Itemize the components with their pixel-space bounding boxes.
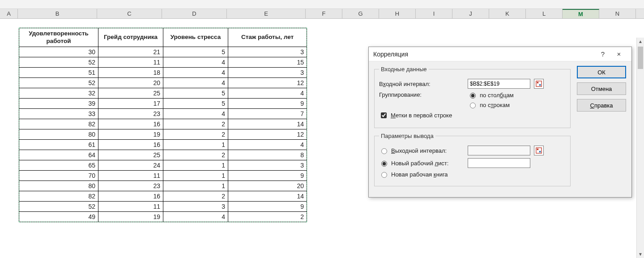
- cell[interactable]: 2: [163, 129, 228, 140]
- cell[interactable]: 16: [98, 191, 163, 202]
- cell[interactable]: 19: [98, 212, 163, 222]
- cell[interactable]: 9: [228, 202, 307, 212]
- table-row[interactable]: 5211415: [19, 57, 307, 68]
- input-range-field[interactable]: [468, 79, 530, 89]
- cell[interactable]: 49: [19, 212, 98, 222]
- table-row[interactable]: 332347: [19, 109, 307, 119]
- column-header-N[interactable]: N: [599, 9, 636, 18]
- column-header-L[interactable]: L: [526, 9, 563, 18]
- table-header[interactable]: Удовлетворенность работой: [19, 28, 98, 47]
- column-header-M[interactable]: M: [563, 9, 599, 18]
- new-workbook-radio[interactable]: Новая рабочая книга: [379, 171, 448, 178]
- cell[interactable]: 33: [19, 109, 98, 119]
- data-table[interactable]: Удовлетворенность работойГрейд сотрудник…: [19, 28, 307, 222]
- column-header-A[interactable]: A: [0, 9, 18, 18]
- cell[interactable]: 16: [98, 119, 163, 129]
- cell[interactable]: 18: [98, 68, 163, 78]
- table-row[interactable]: 611614: [19, 140, 307, 150]
- cell[interactable]: 2: [228, 212, 307, 222]
- cell[interactable]: 52: [19, 78, 98, 88]
- table-header[interactable]: Стаж работы, лет: [228, 28, 307, 47]
- cell[interactable]: 15: [228, 57, 307, 68]
- cell[interactable]: 52: [19, 57, 98, 68]
- table-row[interactable]: 642528: [19, 150, 307, 160]
- cell[interactable]: 30: [19, 47, 98, 57]
- cell[interactable]: 3: [163, 202, 228, 212]
- table-row[interactable]: 8019212: [19, 129, 307, 140]
- cell[interactable]: 5: [163, 99, 228, 109]
- cell[interactable]: 17: [98, 99, 163, 109]
- cell[interactable]: 4: [163, 212, 228, 222]
- cell[interactable]: 2: [163, 150, 228, 160]
- cell[interactable]: 61: [19, 140, 98, 150]
- column-header-I[interactable]: I: [416, 9, 452, 18]
- table-row[interactable]: 302153: [19, 47, 307, 57]
- cell[interactable]: 23: [98, 109, 163, 119]
- scrollbar-thumb[interactable]: [638, 47, 643, 69]
- cell[interactable]: 25: [98, 150, 163, 160]
- cell[interactable]: 24: [98, 160, 163, 171]
- column-header-J[interactable]: J: [452, 9, 489, 18]
- cell[interactable]: 51: [19, 68, 98, 78]
- column-header-C[interactable]: C: [97, 9, 162, 18]
- cell[interactable]: 1: [163, 160, 228, 171]
- column-header-F[interactable]: F: [306, 9, 342, 18]
- cell[interactable]: 2: [163, 191, 228, 202]
- cell[interactable]: 4: [163, 68, 228, 78]
- cell[interactable]: 39: [19, 99, 98, 109]
- cell[interactable]: 16: [98, 140, 163, 150]
- cell[interactable]: 5: [163, 88, 228, 99]
- column-header-H[interactable]: H: [379, 9, 416, 18]
- close-icon[interactable]: ×: [611, 48, 627, 60]
- cell[interactable]: 21: [98, 47, 163, 57]
- cell[interactable]: 64: [19, 150, 98, 160]
- column-header-D[interactable]: D: [162, 9, 227, 18]
- output-range-radio[interactable]: Выходной интервал:: [379, 147, 464, 154]
- cell[interactable]: 5: [163, 47, 228, 57]
- table-row[interactable]: 521139: [19, 202, 307, 212]
- cell[interactable]: 23: [98, 181, 163, 191]
- cell[interactable]: 12: [228, 129, 307, 140]
- cell[interactable]: 80: [19, 129, 98, 140]
- dialog-titlebar[interactable]: Корреляция ? ×: [369, 47, 631, 61]
- ok-button[interactable]: ОК: [577, 66, 626, 78]
- table-row[interactable]: 701119: [19, 171, 307, 181]
- cell[interactable]: 52: [19, 202, 98, 212]
- cell[interactable]: 19: [98, 129, 163, 140]
- cell[interactable]: 32: [19, 88, 98, 99]
- column-header-G[interactable]: G: [342, 9, 379, 18]
- cell[interactable]: 11: [98, 202, 163, 212]
- group-by-columns-radio[interactable]: по столбцам: [468, 91, 514, 99]
- vertical-scrollbar[interactable]: ▲ ▼: [636, 38, 644, 258]
- cell[interactable]: 3: [228, 68, 307, 78]
- cell[interactable]: 1: [163, 140, 228, 150]
- scroll-down-icon[interactable]: ▼: [637, 250, 644, 258]
- new-worksheet-name-field[interactable]: [468, 158, 530, 168]
- cell[interactable]: 25: [98, 88, 163, 99]
- cell[interactable]: 14: [228, 119, 307, 129]
- column-header-B[interactable]: B: [18, 9, 97, 18]
- cell[interactable]: 82: [19, 191, 98, 202]
- cell[interactable]: 65: [19, 160, 98, 171]
- cancel-button[interactable]: Отмена: [577, 82, 626, 95]
- cell[interactable]: 1: [163, 171, 228, 181]
- cell[interactable]: 12: [228, 78, 307, 88]
- cell[interactable]: 80: [19, 181, 98, 191]
- table-row[interactable]: 491942: [19, 212, 307, 222]
- table-header[interactable]: Уровень стресса: [163, 28, 228, 47]
- table-row[interactable]: 8216214: [19, 119, 307, 129]
- labels-first-row-checkbox[interactable]: Метки в первой строке: [379, 111, 452, 120]
- cell[interactable]: 9: [228, 99, 307, 109]
- cell[interactable]: 11: [98, 171, 163, 181]
- cell[interactable]: 82: [19, 119, 98, 129]
- range-picker-icon[interactable]: [534, 146, 544, 155]
- cell[interactable]: 4: [163, 57, 228, 68]
- column-header-K[interactable]: K: [489, 9, 526, 18]
- output-range-field[interactable]: [468, 146, 530, 155]
- cell[interactable]: 9: [228, 171, 307, 181]
- column-header-E[interactable]: E: [227, 9, 306, 18]
- cell[interactable]: 3: [228, 47, 307, 57]
- new-worksheet-radio[interactable]: Новый рабочий лист:: [379, 159, 464, 167]
- table-row[interactable]: 8023120: [19, 181, 307, 191]
- cell[interactable]: 8: [228, 150, 307, 160]
